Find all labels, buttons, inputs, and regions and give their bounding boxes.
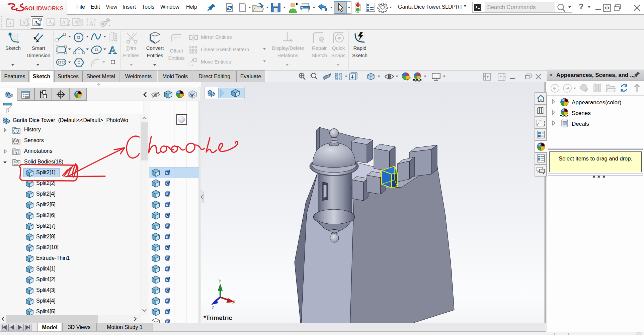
svg-text:A: A [89, 20, 93, 26]
svg-text:A: A [8, 21, 12, 26]
svg-text:A: A [48, 19, 52, 25]
svg-text:A: A [108, 45, 117, 55]
svg-text:Z: Z [212, 305, 215, 310]
svg-text:Y: Y [218, 278, 222, 284]
svg-text:A: A [22, 20, 26, 25]
svg-text:A: A [34, 20, 38, 25]
svg-text:X: X [232, 299, 236, 305]
svg-text:A: A [62, 19, 66, 25]
svg-text:A: A [74, 19, 78, 25]
svg-text:SOLIDWORKS: SOLIDWORKS [24, 5, 64, 11]
